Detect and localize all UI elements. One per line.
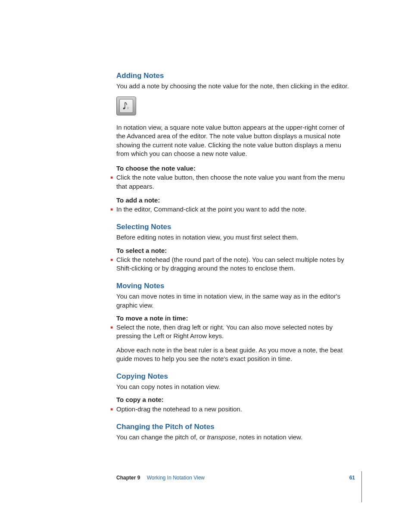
heading-adding-notes: Adding Notes (116, 71, 355, 81)
body-text: You can move notes in time in notation v… (116, 292, 355, 310)
body-text: In notation view, a square note value bu… (116, 123, 355, 158)
svg-point-1 (128, 107, 128, 108)
section-moving-notes: Moving Notes You can move notes in time … (116, 281, 355, 363)
eighth-note-icon (122, 101, 130, 111)
bullet-icon: ■ (110, 405, 116, 414)
body-text: You add a note by choosing the note valu… (116, 82, 355, 90)
heading-copying-notes: Copying Notes (116, 372, 355, 382)
procedure-label: To add a note: (116, 196, 355, 205)
procedure-label: To choose the note value: (116, 164, 355, 173)
page-content: Adding Notes You add a note by choosing … (0, 0, 411, 442)
heading-changing-pitch: Changing the Pitch of Notes (116, 422, 355, 432)
section-selecting-notes: Selecting Notes Before editing notes in … (116, 222, 355, 273)
footer-left: Chapter 9 Working In Notation View (116, 474, 205, 481)
heading-moving-notes: Moving Notes (116, 281, 355, 291)
bullet-icon: ■ (110, 255, 116, 264)
page-number: 61 (349, 474, 355, 481)
svg-point-2 (128, 108, 128, 109)
list-item-text: Click the notehead (the round part of th… (116, 255, 355, 273)
procedure-label: To copy a note: (116, 395, 355, 404)
chapter-number: Chapter 9 (116, 475, 140, 481)
section-copying-notes: Copying Notes You can copy notes in nota… (116, 372, 355, 414)
heading-selecting-notes: Selecting Notes (116, 222, 355, 232)
body-text: You can copy notes in notation view. (116, 383, 355, 391)
body-text: Above each note in the beat ruler is a b… (116, 346, 355, 364)
procedure-label: To select a note: (116, 246, 355, 255)
body-text: Before editing notes in notation view, y… (116, 233, 355, 242)
text-fragment: , notes in notation view. (235, 433, 302, 441)
section-changing-pitch: Changing the Pitch of Notes You can chan… (116, 422, 355, 442)
note-value-button-inner (119, 99, 133, 113)
list-item: ■ Click the note value button, then choo… (110, 173, 355, 191)
list-item: ■ In the editor, Command-click at the po… (110, 205, 355, 214)
bullet-icon: ■ (110, 323, 116, 332)
chapter-title: Working In Notation View (147, 475, 205, 481)
section-adding-notes: Adding Notes You add a note by choosing … (116, 71, 355, 214)
list-item-text: Select the note, then drag left or right… (116, 323, 355, 341)
list-item-text: Click the note value button, then choose… (116, 173, 355, 191)
text-fragment: You can change the pitch of, or (116, 433, 207, 441)
text-emphasis: transpose (207, 433, 235, 441)
list-item-text: Option-drag the notehead to a new positi… (116, 405, 355, 414)
list-item: ■ Click the notehead (the round part of … (110, 255, 355, 273)
list-item-text: In the editor, Command-click at the poin… (116, 205, 355, 214)
page-edge-rule (361, 471, 362, 502)
list-item: ■ Select the note, then drag left or rig… (110, 323, 355, 341)
list-item: ■ Option-drag the notehead to a new posi… (110, 405, 355, 414)
bullet-icon: ■ (110, 173, 116, 182)
page-footer: Chapter 9 Working In Notation View 61 (116, 474, 355, 481)
bullet-icon: ■ (110, 205, 116, 214)
procedure-label: To move a note in time: (116, 314, 355, 323)
body-text: You can change the pitch of, or transpos… (116, 433, 355, 442)
note-value-button (116, 96, 136, 115)
